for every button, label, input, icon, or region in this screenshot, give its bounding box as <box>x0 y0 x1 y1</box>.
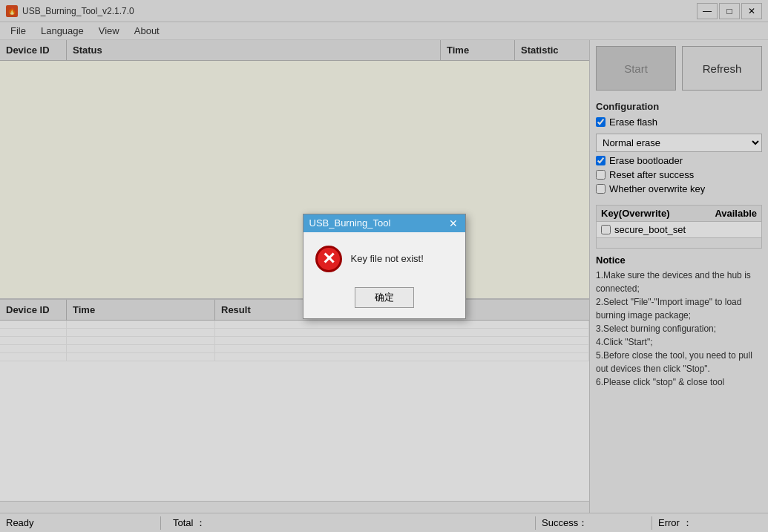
dialog-message: Key file not exist! <box>351 253 424 264</box>
dialog-title-bar: USB_Burning_Tool ✕ <box>303 214 465 232</box>
dialog-title: USB_Burning_Tool <box>309 217 447 229</box>
dialog-error-icon: ✕ <box>315 246 342 272</box>
dialog-close-button[interactable]: ✕ <box>447 217 459 229</box>
dialog: USB_Burning_Tool ✕ ✕ Key file not exist!… <box>303 214 466 319</box>
dialog-overlay: USB_Burning_Tool ✕ ✕ Key file not exist!… <box>0 0 768 532</box>
dialog-footer: 确定 <box>303 281 465 318</box>
error-symbol: ✕ <box>322 249 335 269</box>
dialog-body: ✕ Key file not exist! <box>303 232 465 281</box>
dialog-ok-button[interactable]: 确定 <box>355 287 414 308</box>
